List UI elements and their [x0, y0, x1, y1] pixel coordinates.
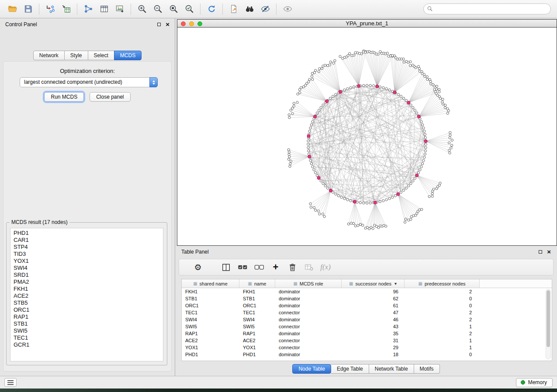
open-session-button[interactable] [4, 3, 20, 16]
table-row[interactable]: FKH1 FKH1 dominator 96 2 [182, 288, 552, 295]
table-row[interactable]: PHD1 PHD1 dominator 18 0 [182, 351, 552, 358]
table-scrollbar[interactable] [546, 289, 551, 359]
table-row[interactable]: ORC1 ORC1 dominator 61 0 [182, 302, 552, 309]
mcds-result-item[interactable]: STB5 [14, 299, 163, 306]
mcds-result-item[interactable]: STB1 [14, 320, 163, 327]
cell-successor-nodes: 61 [342, 303, 405, 308]
mcds-result-item[interactable]: ACE2 [14, 292, 163, 299]
cell-mcds-role: dominator [275, 289, 342, 294]
mcds-result-item[interactable]: YOX1 [14, 258, 163, 265]
export-document-button[interactable] [226, 3, 242, 16]
desktop-wallpaper-strip [0, 389, 557, 392]
close-table-panel-icon[interactable]: × [547, 250, 551, 254]
table-row[interactable]: ACE2 ACE2 connector 31 1 [182, 337, 552, 344]
tab-mcds[interactable]: MCDS [114, 51, 142, 60]
scrollbar-thumb[interactable] [547, 290, 550, 347]
new-network-button[interactable] [80, 3, 96, 16]
search-input[interactable] [423, 3, 551, 14]
mcds-result-item[interactable]: STP4 [14, 244, 163, 251]
save-session-button[interactable] [20, 3, 36, 16]
mcds-result-list[interactable]: PHD1CAR1STP4TID3YOX1SWI4SRD1PMA2FKH1ACE2… [10, 228, 163, 361]
cell-predecessor-nodes: 2 [405, 317, 480, 322]
node-table: ▦ shared name ▦ name ▦ MCDS role ▦ succe… [181, 279, 552, 361]
tab-network-table[interactable]: Network Table [369, 364, 414, 374]
float-table-panel-icon[interactable] [539, 250, 542, 254]
table-row[interactable]: SWI4 SWI4 dominator 46 2 [182, 316, 552, 323]
network-graph-svg[interactable] [177, 28, 557, 245]
create-column-button[interactable]: + [267, 261, 284, 274]
hide-details-button[interactable] [257, 3, 273, 16]
zoom-fit-button[interactable] [166, 3, 181, 16]
mcds-result-item[interactable]: SRD1 [14, 272, 163, 279]
mcds-result-item[interactable]: CAR1 [14, 237, 163, 244]
control-panel: Control Panel × Network Style Select MCD… [0, 18, 175, 376]
import-network-button[interactable] [42, 3, 58, 16]
mcds-result-item[interactable]: PMA2 [14, 279, 163, 285]
tab-select[interactable]: Select [88, 51, 114, 60]
cell-shared-name: FKH1 [182, 289, 239, 294]
trash-icon [287, 262, 298, 272]
tab-motifs[interactable]: Motifs [414, 364, 440, 374]
column-type-icon: ▦ [293, 282, 297, 286]
mcds-result-item[interactable]: RAP1 [14, 313, 163, 320]
table-row[interactable]: SWI5 SWI5 connector 43 1 [182, 323, 552, 330]
zoom-in-button[interactable] [134, 3, 150, 16]
export-image-button[interactable] [112, 3, 128, 16]
cell-mcds-role: dominator [275, 331, 342, 336]
table-row[interactable]: RAP1 RAP1 dominator 35 2 [182, 330, 552, 337]
window-minimize-button[interactable] [189, 21, 194, 26]
zoom-selected-button[interactable] [181, 3, 197, 16]
close-panel-button[interactable]: Close panel [90, 92, 130, 102]
refresh-button[interactable] [204, 3, 219, 16]
mcds-result-item[interactable]: SWI4 [14, 265, 163, 272]
checked-boxes-icon [238, 262, 248, 272]
delete-columns-button[interactable] [284, 261, 301, 274]
window-close-button[interactable] [181, 21, 186, 26]
delete-table-button[interactable] [301, 261, 317, 274]
tab-edge-table[interactable]: Edge Table [331, 364, 369, 374]
table-row[interactable]: STB1 STB1 dominator 62 0 [182, 295, 552, 302]
mcds-result-item[interactable]: GCR1 [14, 341, 163, 348]
column-header-name[interactable]: ▦ name [239, 279, 275, 288]
toggle-columns-button[interactable] [218, 261, 234, 274]
select-all-columns-button[interactable] [234, 261, 251, 274]
network-canvas[interactable] [177, 28, 557, 245]
tab-style[interactable]: Style [65, 51, 88, 60]
fx-icon: f(x) [320, 263, 331, 272]
unselect-all-columns-button[interactable] [251, 261, 267, 274]
float-panel-icon[interactable] [157, 23, 161, 26]
table-settings-button[interactable]: ⚙ [190, 261, 206, 274]
memory-button[interactable]: Memory [516, 378, 553, 387]
cell-shared-name: RAP1 [182, 331, 239, 336]
zoom-out-button[interactable] [150, 3, 166, 16]
column-header-predecessor-nodes[interactable]: ▦ predecessor nodes [405, 279, 480, 288]
close-panel-icon[interactable]: × [166, 22, 170, 27]
tab-network[interactable]: Network [33, 51, 65, 60]
status-menu-button[interactable] [4, 378, 17, 387]
import-table-button[interactable] [58, 3, 74, 16]
mcds-result-item[interactable]: SWI5 [14, 327, 163, 334]
column-header-shared-name[interactable]: ▦ shared name [182, 279, 239, 288]
cell-shared-name: YOX1 [182, 345, 239, 350]
cell-mcds-role: connector [275, 324, 342, 329]
table-row[interactable]: TEC1 TEC1 connector 47 2 [182, 309, 552, 316]
function-builder-button[interactable]: f(x) [317, 261, 334, 274]
window-maximize-button[interactable] [197, 21, 202, 26]
find-button[interactable] [242, 3, 257, 16]
mcds-result-item[interactable]: TEC1 [14, 334, 163, 341]
network-window-titlebar[interactable]: YPA_prune.txt_1 [177, 20, 557, 28]
optimization-criterion-select[interactable]: largest connected component (undirected) [20, 77, 158, 87]
new-table-button[interactable] [96, 3, 112, 16]
table-row[interactable]: YOX1 YOX1 connector 29 1 [182, 344, 552, 351]
mcds-result-item[interactable]: ORC1 [14, 306, 163, 313]
run-mcds-button[interactable]: Run MCDS [44, 92, 84, 102]
column-header-successor-nodes[interactable]: ▦ successor nodes ▾ [342, 279, 405, 288]
tab-node-table[interactable]: Node Table [292, 364, 331, 374]
mcds-result-item[interactable]: TID3 [14, 251, 163, 258]
mcds-result-item[interactable]: PHD1 [14, 230, 163, 237]
cell-mcds-role: connector [275, 310, 342, 315]
show-details-button[interactable] [280, 3, 295, 16]
toolbar-separator [131, 3, 131, 15]
column-header-mcds-role[interactable]: ▦ MCDS role [275, 279, 342, 288]
mcds-result-item[interactable]: FKH1 [14, 285, 163, 292]
